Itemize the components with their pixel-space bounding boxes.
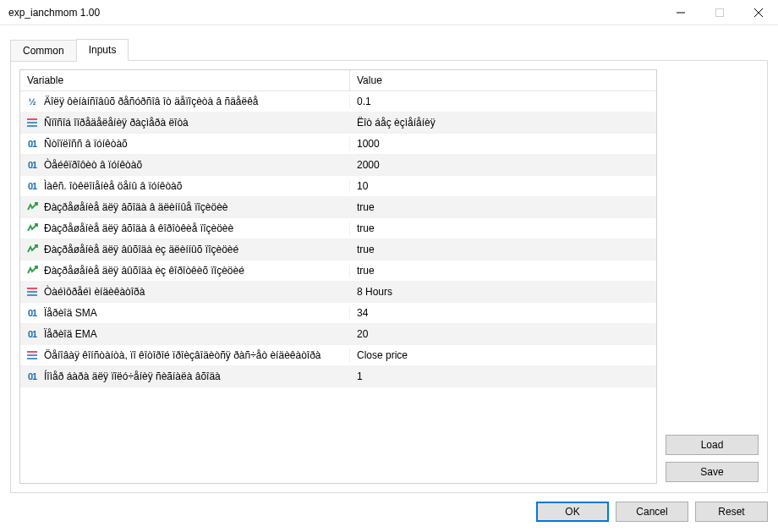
- value-cell[interactable]: true: [350, 265, 656, 277]
- bool-type-icon: [25, 264, 39, 277]
- table-row[interactable]: Öåíîâàÿ êîíñòàíòà, ïî êîòîðîé ïðîèçâîäèò…: [20, 345, 656, 366]
- int-type-icon: 01: [25, 158, 39, 172]
- window-title: exp_ianchmom 1.00: [8, 7, 661, 19]
- column-header-value[interactable]: Value: [350, 70, 656, 90]
- variable-name: Ìàêñ. îòêëîíåíèå öåíû â ïóíêòàõ: [44, 180, 182, 192]
- string-type-icon: [25, 348, 39, 362]
- table-body: ½Äîëÿ ôèíàíñîâûõ ðåñóðñîâ îò äåïîçèòà â …: [20, 91, 656, 483]
- cancel-button[interactable]: Cancel: [616, 502, 688, 522]
- table-row[interactable]: ½Äîëÿ ôèíàíñîâûõ ðåñóðñîâ îò äåïîçèòà â …: [20, 91, 656, 112]
- value-cell[interactable]: Ëîò áåç èçìåíåíèÿ: [350, 117, 656, 129]
- bool-type-icon: [25, 222, 39, 235]
- variable-name: Äîëÿ ôèíàíñîâûõ ðåñóðñîâ îò äåïîçèòà â ñ…: [44, 96, 259, 107]
- table-row[interactable]: Ðàçðåøåíèå äëÿ âûõîäà èç äëèííûõ ïîçèöèé…: [20, 239, 656, 261]
- variable-cell: Ðàçðåøåíèå äëÿ âõîäà â äëèííûå ïîçèöèè: [20, 200, 350, 214]
- variable-cell: Öåíîâàÿ êîíñòàíòà, ïî êîòîðîé ïðîèçâîäèò…: [20, 348, 350, 362]
- value-cell[interactable]: 2000: [350, 159, 656, 171]
- load-button[interactable]: Load: [666, 435, 759, 455]
- value-cell[interactable]: 1000: [350, 138, 656, 150]
- value-cell[interactable]: 20: [350, 328, 656, 340]
- fraction-type-icon: ½: [25, 95, 39, 108]
- variable-name: Òåéêïðîôèò â ïóíêòàõ: [44, 159, 142, 171]
- variable-cell: Ðàçðåøåíèå äëÿ âûõîäà èç äëèííûõ ïîçèöèé: [20, 243, 350, 256]
- value-cell[interactable]: 0.1: [350, 96, 656, 107]
- int-type-icon: 01: [25, 370, 39, 383]
- variable-name: Íîìåð áàðà äëÿ ïîëó÷åíèÿ ñèãíàëà âõîäà: [44, 370, 221, 382]
- reset-button[interactable]: Reset: [695, 502, 768, 522]
- value-cell[interactable]: true: [350, 201, 656, 213]
- table-row[interactable]: 01Ñòîïëîññ â ïóíêòàõ1000: [20, 134, 656, 155]
- table-row[interactable]: Ðàçðåøåíèå äëÿ âûõîäà èç êîðîòêèõ ïîçèöè…: [20, 261, 656, 282]
- variable-cell: 01Ìàêñ. îòêëîíåíèå öåíû â ïóíêòàõ: [20, 179, 350, 193]
- table-header: Variable Value: [20, 70, 656, 91]
- variable-cell: 01Òåéêïðîôèò â ïóíêòàõ: [20, 158, 350, 172]
- variable-name: Ðàçðåøåíèå äëÿ âûõîäà èç äëèííûõ ïîçèöèé: [44, 244, 238, 255]
- variable-cell: Ðàçðåøåíèå äëÿ âõîäà â êîðîòêèå ïîçèöèè: [20, 222, 350, 235]
- tab-header: Common Inputs: [10, 39, 768, 61]
- variable-name: Öåíîâàÿ êîíñòàíòà, ïî êîòîðîé ïðîèçâîäèò…: [44, 349, 321, 361]
- bool-type-icon: [25, 200, 39, 214]
- ok-button[interactable]: OK: [536, 502, 609, 522]
- side-buttons: Load Save: [666, 69, 759, 484]
- tab-inputs[interactable]: Inputs: [76, 39, 129, 61]
- string-type-icon: [25, 116, 39, 129]
- value-cell[interactable]: 10: [350, 180, 656, 192]
- value-cell[interactable]: true: [350, 244, 656, 255]
- maximize-button: [700, 0, 739, 25]
- tab-common[interactable]: Common: [10, 40, 77, 62]
- value-cell[interactable]: 1: [350, 370, 656, 382]
- variable-cell: 01Ñòîïëîññ â ïóíêòàõ: [20, 137, 350, 151]
- bool-type-icon: [25, 243, 39, 256]
- column-header-variable[interactable]: Variable: [20, 70, 350, 90]
- variable-cell: 01Íîìåð áàðà äëÿ ïîëó÷åíèÿ ñèãíàëà âõîäà: [20, 370, 350, 383]
- int-type-icon: 01: [25, 327, 39, 341]
- int-type-icon: 01: [25, 179, 39, 193]
- titlebar: exp_ianchmom 1.00: [0, 0, 778, 25]
- dialog-footer: OK Cancel Reset: [10, 493, 768, 522]
- value-cell[interactable]: 8 Hours: [350, 286, 656, 298]
- close-button[interactable]: [739, 0, 778, 25]
- table-row[interactable]: Ðàçðåøåíèå äëÿ âõîäà â êîðîòêèå ïîçèöèèt…: [20, 218, 656, 239]
- variable-name: Ðàçðåøåíèå äëÿ âûõîäà èç êîðîòêèõ ïîçèöè…: [44, 265, 244, 277]
- variable-name: Ïåðèîä EMA: [44, 328, 97, 340]
- value-cell[interactable]: Close price: [350, 349, 656, 361]
- table-row[interactable]: 01Ïåðèîä SMA34: [20, 303, 656, 324]
- variable-cell: Òàéìôðåéì èíäèêàòîðà: [20, 285, 350, 299]
- variable-cell: ½Äîëÿ ôèíàíñîâûõ ðåñóðñîâ îò äåïîçèòà â …: [20, 95, 350, 108]
- variable-cell: Ñïîñîá îïðåäåëåíèÿ ðàçìåðà ëîòà: [20, 116, 350, 129]
- table-row[interactable]: Ñïîñîá îïðåäåëåíèÿ ðàçìåðà ëîòàËîò áåç è…: [20, 112, 656, 134]
- int-type-icon: 01: [25, 137, 39, 151]
- int-type-icon: 01: [25, 306, 39, 320]
- value-cell[interactable]: 34: [350, 307, 656, 319]
- value-cell[interactable]: true: [350, 222, 656, 234]
- variable-name: Ðàçðåøåíèå äëÿ âõîäà â äëèííûå ïîçèöèè: [44, 201, 228, 213]
- string-type-icon: [25, 285, 39, 299]
- table-row[interactable]: Ðàçðåøåíèå äëÿ âõîäà â äëèííûå ïîçèöèètr…: [20, 197, 656, 218]
- titlebar-controls: [661, 0, 778, 25]
- table-row[interactable]: 01Íîìåð áàðà äëÿ ïîëó÷åíèÿ ñèãíàëà âõîäà…: [20, 366, 656, 387]
- table-row[interactable]: 01Ìàêñ. îòêëîíåíèå öåíû â ïóíêòàõ10: [20, 176, 656, 197]
- tab-panel-inputs: Variable Value ½Äîëÿ ôèíàíñîâûõ ðåñóðñîâ…: [10, 60, 768, 493]
- variable-name: Òàéìôðåéì èíäèêàòîðà: [44, 286, 145, 298]
- variable-name: Ñïîñîá îïðåäåëåíèÿ ðàçìåðà ëîòà: [44, 117, 189, 129]
- table-row[interactable]: Òàéìôðåéì èíäèêàòîðà8 Hours: [20, 282, 656, 303]
- variable-cell: 01Ïåðèîä SMA: [20, 306, 350, 320]
- variable-name: Ðàçðåøåíèå äëÿ âõîäà â êîðîòêèå ïîçèöèè: [44, 222, 233, 234]
- variable-cell: Ðàçðåøåíèå äëÿ âûõîäà èç êîðîòêèõ ïîçèöè…: [20, 264, 350, 277]
- save-button[interactable]: Save: [666, 462, 759, 482]
- inputs-table: Variable Value ½Äîëÿ ôèíàíñîâûõ ðåñóðñîâ…: [19, 69, 657, 484]
- svg-rect-1: [716, 8, 724, 16]
- variable-name: Ñòîïëîññ â ïóíêòàõ: [44, 138, 128, 150]
- variable-cell: 01Ïåðèîä EMA: [20, 327, 350, 341]
- minimize-button[interactable]: [661, 0, 700, 25]
- table-row[interactable]: 01Ïåðèîä EMA20: [20, 324, 656, 345]
- table-row[interactable]: 01Òåéêïðîôèò â ïóíêòàõ2000: [20, 155, 656, 176]
- variable-name: Ïåðèîä SMA: [44, 307, 97, 319]
